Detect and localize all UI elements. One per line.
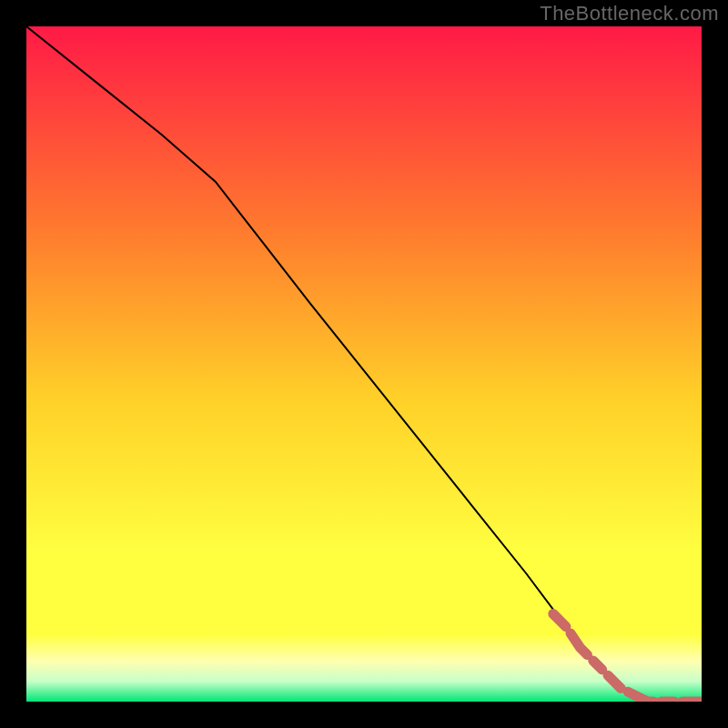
plot-area (26, 26, 702, 702)
plot-svg (26, 26, 702, 702)
chart-frame: TheBottleneck.com (0, 0, 728, 728)
watermark-text: TheBottleneck.com (540, 2, 719, 25)
gradient-background (26, 26, 702, 702)
